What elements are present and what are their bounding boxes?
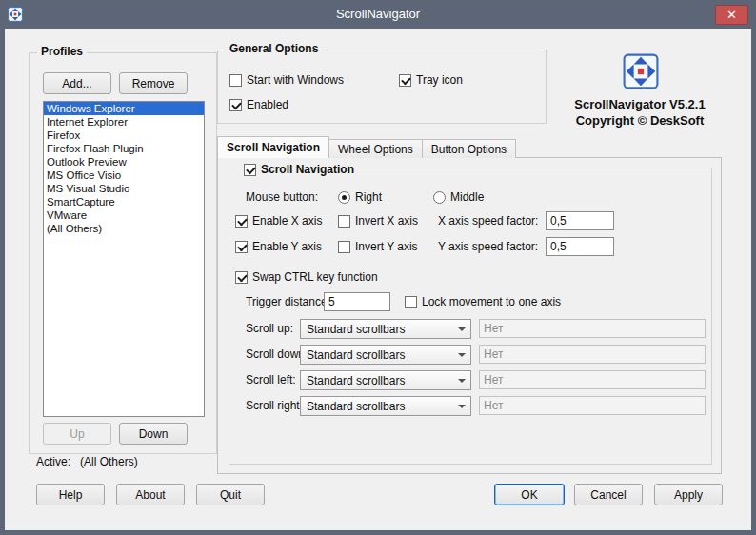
profile-item[interactable]: MS Office Visio	[44, 168, 204, 182]
branding: ScrollNavigator V5.2.1 Copyright © DeskS…	[549, 96, 730, 129]
move-down-button[interactable]: Down	[119, 423, 188, 445]
ok-button[interactable]: OK	[494, 484, 565, 505]
about-button[interactable]: About	[116, 484, 185, 505]
checkbox-box	[229, 74, 242, 87]
tab-button-options[interactable]: Button Options	[423, 139, 516, 158]
profile-item[interactable]: Outlook Preview	[44, 155, 204, 168]
profiles-group: Profiles Add... Remove Windows Explorer …	[29, 52, 217, 454]
app-window: ScrollNavigator ✕ Profiles Add... Remove…	[0, 0, 756, 535]
add-profile-button[interactable]: Add...	[43, 72, 111, 94]
active-value: (All Others)	[80, 455, 138, 468]
profiles-group-label: Profiles	[37, 45, 87, 58]
branding-copyright: Copyright © DeskSoft	[549, 112, 730, 129]
close-button[interactable]: ✕	[715, 5, 748, 25]
tab-scroll-navigation[interactable]: Scroll Navigation	[217, 136, 329, 158]
close-icon: ✕	[726, 9, 737, 21]
checkbox-label: Tray icon	[416, 73, 463, 87]
checkbox-box	[229, 99, 242, 111]
titlebar[interactable]: ScrollNavigator ✕	[5, 0, 751, 29]
help-button[interactable]: Help	[36, 484, 105, 505]
remove-profile-button[interactable]: Remove	[119, 72, 188, 94]
active-profile-line: Active: (All Others)	[36, 452, 138, 471]
profile-item[interactable]: Internet Explorer	[44, 115, 204, 129]
tab-strip: Scroll Navigation Wheel Options Button O…	[217, 136, 516, 158]
cancel-button[interactable]: Cancel	[574, 484, 643, 505]
profiles-listbox[interactable]: Windows Explorer Internet Explorer Firef…	[43, 101, 205, 417]
profile-item[interactable]: MS Visual Studio	[44, 182, 204, 195]
profile-item[interactable]: Windows Explorer	[44, 102, 204, 115]
profile-item[interactable]: Firefox	[44, 129, 204, 142]
checkbox-label: Enabled	[247, 98, 288, 111]
scroll-navigation-enable-checkbox[interactable]: Scroll Navigation	[240, 160, 358, 179]
dialog-content: Profiles Add... Remove Windows Explorer …	[5, 29, 751, 530]
tray-icon-checkbox[interactable]: Tray icon	[399, 70, 463, 89]
checkbox-label: Scroll Navigation	[261, 163, 354, 176]
branding-version: ScrollNavigator V5.2.1	[549, 96, 730, 112]
checkbox-label: Start with Windows	[247, 73, 344, 87]
checkbox-box	[399, 74, 411, 87]
quit-button[interactable]: Quit	[196, 484, 265, 505]
apply-button[interactable]: Apply	[654, 484, 723, 505]
move-up-button: Up	[43, 423, 111, 445]
window-title: ScrollNavigator	[5, 0, 751, 29]
profile-item[interactable]: VMware	[44, 208, 204, 222]
profile-item[interactable]: SmartCapture	[44, 195, 204, 208]
general-options-group: General Options Start with Windows Tray …	[217, 50, 547, 124]
tab-wheel-options[interactable]: Wheel Options	[329, 139, 423, 158]
profile-item[interactable]: (All Others)	[44, 222, 204, 235]
enabled-checkbox[interactable]: Enabled	[229, 95, 288, 114]
checkbox-box	[244, 164, 256, 176]
scroll-navigation-group	[229, 168, 712, 465]
profile-item[interactable]: Firefox Flash Plugin	[44, 142, 204, 155]
general-options-label: General Options	[226, 42, 322, 55]
active-label: Active:	[36, 455, 70, 468]
app-logo-icon	[623, 53, 659, 89]
start-with-windows-checkbox[interactable]: Start with Windows	[229, 70, 344, 89]
